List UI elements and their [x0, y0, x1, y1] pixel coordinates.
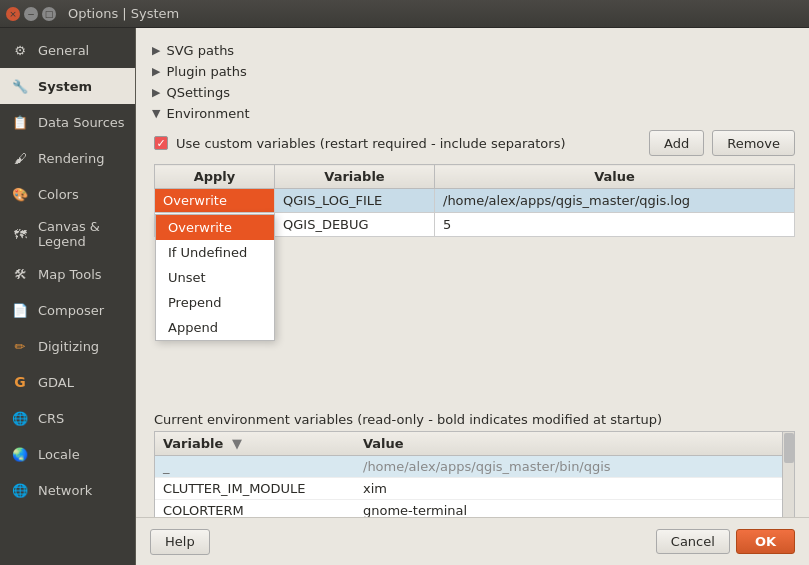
sidebar-label-general: General: [38, 43, 89, 58]
sidebar-item-digitizing[interactable]: ✏ Digitizing: [0, 328, 135, 364]
env-table-row: CLUTTER_IM_MODULE xim: [155, 478, 782, 500]
sidebar-label-locale: Locale: [38, 447, 80, 462]
help-button[interactable]: Help: [150, 529, 210, 555]
sidebar-label-crs: CRS: [38, 411, 64, 426]
scrollbar-thumb[interactable]: [784, 433, 794, 463]
table-row[interactable]: Overwrite Overwrite If Undefined Unset P…: [155, 189, 795, 213]
sidebar-label-digitizing: Digitizing: [38, 339, 99, 354]
right-buttons: Cancel OK: [656, 529, 795, 554]
maximize-button[interactable]: □: [42, 7, 56, 21]
env-col-variable: Variable ▼: [155, 432, 355, 456]
dropdown-item-prepend[interactable]: Prepend: [156, 290, 274, 315]
sidebar-label-composer: Composer: [38, 303, 104, 318]
crs-icon: 🌐: [10, 408, 30, 428]
colors-icon: 🎨: [10, 184, 30, 204]
custom-vars-table: Apply Variable Value Overwrite: [154, 164, 795, 237]
ok-button[interactable]: OK: [736, 529, 795, 554]
custom-vars-row: Use custom variables (restart required -…: [154, 130, 795, 156]
composer-icon: 📄: [10, 300, 30, 320]
env-vars-label: Current environment variables (read-only…: [154, 412, 795, 427]
add-button[interactable]: Add: [649, 130, 704, 156]
apply-dropdown-trigger[interactable]: Overwrite: [155, 189, 274, 212]
sidebar-item-composer[interactable]: 📄 Composer: [0, 292, 135, 328]
sidebar-item-general[interactable]: ⚙ General: [0, 32, 135, 68]
minimize-button[interactable]: −: [24, 7, 38, 21]
datasource-icon: 📋: [10, 112, 30, 132]
remove-button[interactable]: Remove: [712, 130, 795, 156]
network-icon: 🌐: [10, 480, 30, 500]
digitizing-icon: ✏: [10, 336, 30, 356]
content-area: ▶ SVG paths ▶ Plugin paths ▶ QSettings ▼…: [136, 28, 809, 565]
dropdown-item-append[interactable]: Append: [156, 315, 274, 340]
sidebar-item-locale[interactable]: 🌏 Locale: [0, 436, 135, 472]
sidebar-label-gdal: GDAL: [38, 375, 74, 390]
close-button[interactable]: ×: [6, 7, 20, 21]
gear-icon: ⚙: [10, 40, 30, 60]
expand-arrow-svg: ▶: [152, 44, 160, 57]
gdal-icon: G: [10, 372, 30, 392]
tree-item-environment[interactable]: ▼ Environment: [150, 103, 795, 124]
tree-item-svg[interactable]: ▶ SVG paths: [150, 40, 795, 61]
apply-dropdown-menu[interactable]: Overwrite If Undefined Unset Prepend App…: [155, 214, 275, 341]
custom-vars-label: Use custom variables (restart required -…: [176, 136, 641, 151]
dropdown-item-overwrite[interactable]: Overwrite: [156, 215, 274, 240]
cancel-button[interactable]: Cancel: [656, 529, 730, 554]
apply-selected-value: Overwrite: [163, 193, 227, 208]
tree-label-plugin: Plugin paths: [166, 64, 246, 79]
bottom-bar: Help Cancel OK: [136, 517, 809, 565]
window-title: Options | System: [68, 6, 179, 21]
tree-label-qsettings: QSettings: [166, 85, 230, 100]
tree-label-environment: Environment: [166, 106, 249, 121]
sidebar: ⚙ General 🔧 System 📋 Data Sources 🖌 Rend…: [0, 28, 136, 565]
sidebar-label-maptools: Map Tools: [38, 267, 102, 282]
locale-icon: 🌏: [10, 444, 30, 464]
value-cell-2: 5: [435, 213, 795, 237]
env-var-value-2: xim: [355, 478, 782, 500]
sidebar-label-canvas: Canvas & Legend: [38, 219, 125, 249]
apply-table-wrapper: Apply Variable Value Overwrite: [154, 164, 795, 237]
canvas-icon: 🗺: [10, 224, 30, 244]
sidebar-label-rendering: Rendering: [38, 151, 104, 166]
col-header-value: Value: [435, 165, 795, 189]
sidebar-item-canvas[interactable]: 🗺 Canvas & Legend: [0, 212, 135, 256]
variable-cell-1: QGIS_LOG_FILE: [275, 189, 435, 213]
tree-item-plugin[interactable]: ▶ Plugin paths: [150, 61, 795, 82]
title-bar: × − □ Options | System: [0, 0, 809, 28]
sort-arrow-icon[interactable]: ▼: [232, 436, 242, 451]
expand-arrow-environment: ▼: [152, 107, 160, 120]
env-var-name-2: CLUTTER_IM_MODULE: [155, 478, 355, 500]
rendering-icon: 🖌: [10, 148, 30, 168]
expand-arrow-plugin: ▶: [152, 65, 160, 78]
env-var-name-1: _: [155, 456, 355, 478]
sidebar-label-datasources: Data Sources: [38, 115, 125, 130]
tree-label-svg: SVG paths: [166, 43, 234, 58]
main-layout: ⚙ General 🔧 System 📋 Data Sources 🖌 Rend…: [0, 28, 809, 565]
env-col-value: Value: [355, 432, 782, 456]
sidebar-item-crs[interactable]: 🌐 CRS: [0, 400, 135, 436]
window-controls[interactable]: × − □: [6, 7, 56, 21]
custom-vars-checkbox[interactable]: [154, 136, 168, 150]
sidebar-label-colors: Colors: [38, 187, 79, 202]
expand-arrow-qsettings: ▶: [152, 86, 160, 99]
sidebar-item-rendering[interactable]: 🖌 Rendering: [0, 140, 135, 176]
sidebar-item-datasources[interactable]: 📋 Data Sources: [0, 104, 135, 140]
variable-cell-2: QGIS_DEBUG: [275, 213, 435, 237]
col-header-apply: Apply: [155, 165, 275, 189]
maptools-icon: 🛠: [10, 264, 30, 284]
env-var-value-1: /home/alex/apps/qgis_master/bin/qgis: [355, 456, 782, 478]
sidebar-item-gdal[interactable]: G GDAL: [0, 364, 135, 400]
apply-cell[interactable]: Overwrite Overwrite If Undefined Unset P…: [155, 189, 275, 213]
dropdown-item-ifundefined[interactable]: If Undefined: [156, 240, 274, 265]
environment-body: Use custom variables (restart required -…: [154, 130, 795, 565]
col-header-variable: Variable: [275, 165, 435, 189]
tree-item-qsettings[interactable]: ▶ QSettings: [150, 82, 795, 103]
env-table-row: _ /home/alex/apps/qgis_master/bin/qgis: [155, 456, 782, 478]
value-cell-1: /home/alex/apps/qgis_master/qgis.log: [435, 189, 795, 213]
sidebar-label-system: System: [38, 79, 92, 94]
sidebar-label-network: Network: [38, 483, 92, 498]
dropdown-item-unset[interactable]: Unset: [156, 265, 274, 290]
sidebar-item-network[interactable]: 🌐 Network: [0, 472, 135, 508]
sidebar-item-maptools[interactable]: 🛠 Map Tools: [0, 256, 135, 292]
sidebar-item-colors[interactable]: 🎨 Colors: [0, 176, 135, 212]
sidebar-item-system[interactable]: 🔧 System: [0, 68, 135, 104]
